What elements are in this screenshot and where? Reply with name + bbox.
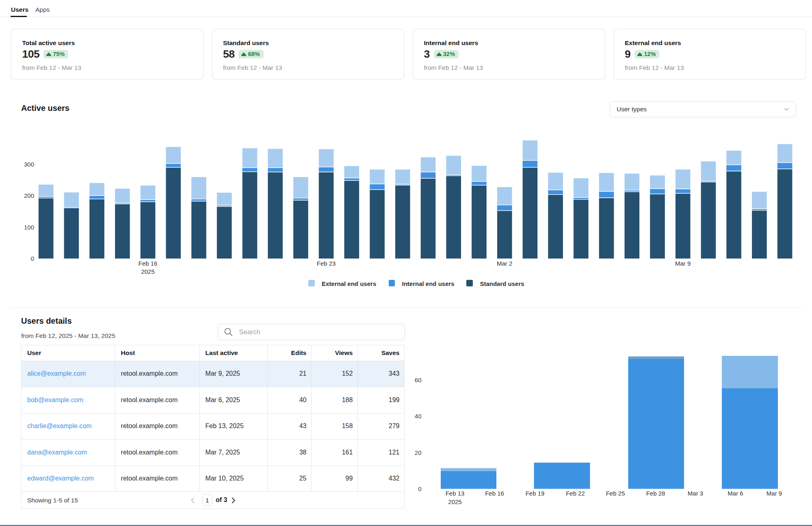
svg-text:2025: 2025 bbox=[141, 268, 154, 275]
svg-text:100: 100 bbox=[24, 224, 34, 231]
svg-text:Feb 25: Feb 25 bbox=[606, 490, 625, 497]
svg-text:20: 20 bbox=[415, 449, 422, 456]
svg-text:Mar 9: Mar 9 bbox=[767, 490, 782, 497]
svg-text:0: 0 bbox=[31, 255, 34, 262]
svg-text:Mar 3: Mar 3 bbox=[688, 490, 703, 497]
svg-text:Mar 9: Mar 9 bbox=[675, 260, 691, 267]
svg-text:Feb 28: Feb 28 bbox=[646, 490, 665, 497]
svg-text:Feb 13: Feb 13 bbox=[446, 490, 465, 497]
svg-text:0: 0 bbox=[418, 485, 421, 492]
svg-text:Feb 23: Feb 23 bbox=[317, 260, 336, 267]
svg-text:60: 60 bbox=[415, 377, 422, 383]
svg-text:200: 200 bbox=[24, 192, 34, 199]
svg-text:Mar 6: Mar 6 bbox=[728, 490, 743, 497]
svg-text:Feb 16: Feb 16 bbox=[139, 260, 158, 267]
svg-text:Feb 16: Feb 16 bbox=[485, 490, 504, 497]
svg-text:Feb 22: Feb 22 bbox=[566, 490, 585, 497]
svg-text:Feb 19: Feb 19 bbox=[526, 490, 545, 497]
svg-text:2025: 2025 bbox=[448, 498, 461, 505]
svg-text:Mar 2: Mar 2 bbox=[497, 260, 512, 267]
svg-text:300: 300 bbox=[24, 161, 34, 168]
svg-text:40: 40 bbox=[415, 413, 422, 420]
